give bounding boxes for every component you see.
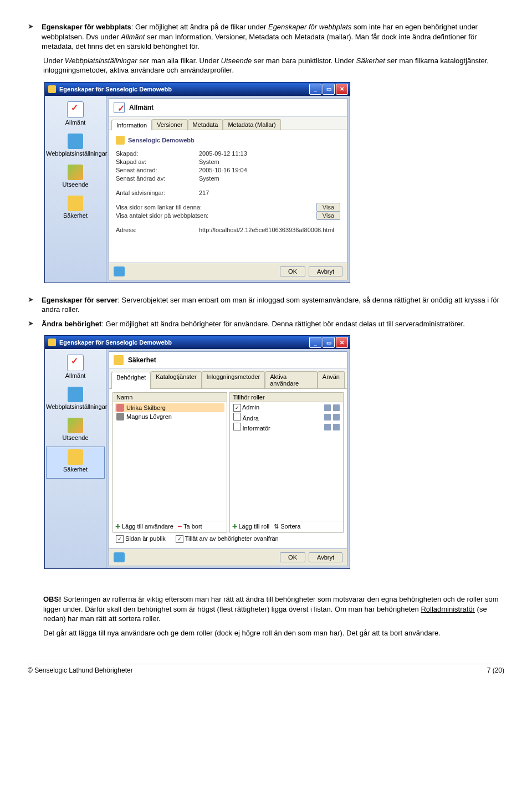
cancel-button[interactable]: Avbryt [309,552,342,562]
bullet-andra-behorighet: ➤ Ändra behörighet: Ger möjlighet att än… [28,319,504,329]
label-visa-lankar: Visa sidor som länkar till denna: [116,204,243,211]
bullet-egenskaper-webbplats: ➤ Egenskaper för webbplats: Ger möjlighe… [28,22,504,52]
value-senast-andrad-av: System [199,175,340,182]
tab-content: Senselogic Demowebb Skapad:2005-09-12 11… [109,130,347,263]
checkbox-sidan-publik[interactable] [116,535,124,543]
close-button[interactable]: ✕ [336,84,348,95]
edit-icon[interactable] [333,404,340,411]
footer-left: © Senselogic Lathund Behörigheter [28,666,133,674]
site-icon [116,136,125,145]
panel-title: Säkerhet [128,356,156,364]
footer-right: 7 (20) [487,666,504,674]
role-actions: Lägg till roll ⇅ Sortera [230,521,344,532]
minus-icon[interactable] [324,424,331,430]
app-icon [48,85,56,93]
tab-aktiva-anvandare[interactable]: Aktiva användare [265,371,318,388]
ok-button[interactable]: OK [280,552,305,562]
user-actions: Lägg till användare Ta bort [113,521,227,532]
maximize-button[interactable]: ▭ [323,337,335,348]
tab-metadata[interactable]: Metadata [188,119,223,130]
lock-icon [68,196,83,211]
brush-icon [68,165,83,180]
bullet-text: Egenskaper för webbplats: Ger möjlighet … [42,22,504,52]
column-header-roller: Tillhör roller [230,393,344,402]
edit-icon[interactable] [333,424,340,430]
site-name: Senselogic Demowebb [128,137,195,143]
button-bar: OK Avbryt [109,263,347,280]
button-bar: OK Avbryt [109,548,347,566]
tab-behorighet[interactable]: Behörighet [111,372,151,389]
cancel-button[interactable]: Avbryt [309,266,342,276]
lock-icon [114,355,124,365]
tab-versioner[interactable]: Versioner [152,119,187,130]
bullet-icon: ➤ [28,22,34,52]
main-panel: Allmänt Information Versioner Metadata M… [109,98,347,280]
column-header-namn: Namn [113,393,227,402]
role-row[interactable]: Informatör [232,422,341,432]
close-button[interactable]: ✕ [336,337,348,348]
tab-katalogtjanster[interactable]: Katalogtjänster [151,371,201,388]
role-row[interactable]: Admin [232,403,341,412]
user-row[interactable]: Magnus Lövgren [115,412,224,421]
minus-icon[interactable] [324,414,331,420]
dialog-allmant: Egenskaper för Senselogic Demowebb _ ▭ ✕… [44,82,350,283]
value-skapad: 2005-09-12 11:13 [199,150,340,157]
checkbox-icon[interactable] [233,404,241,412]
obs-label: OBS! [43,595,62,603]
paragraph-under: Under Webbplatsinställningar ser man all… [43,56,504,75]
sidebar-item-sakerhet[interactable]: Säkerhet [46,447,105,479]
tab-inloggningsmetoder[interactable]: Inloggningsmetoder [202,371,265,388]
window-buttons: _ ▭ ✕ [309,84,348,95]
sidebar-item-webbplats[interactable]: Webbplatsinställningar [45,384,106,416]
page-footer: © Senselogic Lathund Behörigheter 7 (20) [28,664,504,674]
house-icon [68,134,83,149]
edit-icon[interactable] [333,414,340,420]
sidebar-item-utseende[interactable]: Utseende [45,162,106,193]
maximize-button[interactable]: ▭ [323,84,335,95]
sidebar-item-webbplats[interactable]: Webbplatsinställningar [45,131,106,162]
user-row[interactable]: Ulrika Skilberg [115,403,224,412]
tab-anvandarprofiler[interactable]: Använ [318,371,345,388]
checkbox-icon[interactable] [233,423,241,430]
tabs: Behörighet Katalogtjänster Inloggningsme… [109,369,347,388]
window-title: Egenskaper för Senselogic Demowebb [59,339,309,346]
label-senast-andrad-av: Senast ändrad av: [116,175,199,182]
user-icon [116,404,124,412]
hand-icon[interactable] [114,552,125,562]
bullet-icon: ➤ [28,295,34,315]
role-row[interactable]: Ändra [232,412,341,422]
add-user-button[interactable]: Lägg till användare [115,523,173,530]
checkbox-icon[interactable] [233,413,241,420]
hand-icon[interactable] [114,266,125,276]
minus-icon[interactable] [324,404,331,411]
user-icon [116,413,124,420]
tab-content: Namn Ulrika Skilberg Magnus Lövgren Lägg… [109,388,347,548]
sidebar-item-utseende[interactable]: Utseende [45,416,106,447]
minimize-button[interactable]: _ [309,84,321,95]
visa-button-2[interactable]: Visa [316,211,340,220]
sidebar-item-sakerhet[interactable]: Säkerhet [45,193,106,224]
panel-title: Allmänt [129,104,154,111]
minimize-button[interactable]: _ [309,337,321,348]
add-role-button[interactable]: Lägg till roll [232,523,270,530]
label-antal-sidvisningar: Antal sidvisningar: [116,189,199,196]
label-senast-andrad: Senast ändrad: [116,167,199,173]
sidebar-item-allmant[interactable]: Allmänt [45,99,106,131]
label-skapad: Skapad: [116,150,199,157]
ok-button[interactable]: OK [280,266,305,276]
sidebar-item-allmant[interactable]: Allmänt [45,352,106,384]
brush-icon [68,418,83,433]
bullet-egenskaper-server: ➤ Egenskaper för server: Serverobjektet … [28,295,504,315]
visa-button-1[interactable]: Visa [316,203,340,212]
label-skapad-av: Skapad av: [116,158,199,165]
tab-information[interactable]: Information [111,120,152,130]
sort-button[interactable]: ⇅ Sortera [274,523,300,530]
tab-metadata-mallar[interactable]: Metadata (Mallar) [223,119,280,130]
checkbox-tillat-arv[interactable] [176,535,183,543]
sidebar: Allmänt Webbplatsinställningar Utseende … [45,96,106,283]
label-adress: Adress: [116,227,199,233]
tabs: Information Versioner Metadata Metadata … [109,117,347,130]
value-antal-sidvisningar: 217 [199,189,340,196]
value-adress: http://localhost/2.12e5ce6106363936af800… [199,227,340,233]
remove-user-button[interactable]: Ta bort [178,523,202,530]
